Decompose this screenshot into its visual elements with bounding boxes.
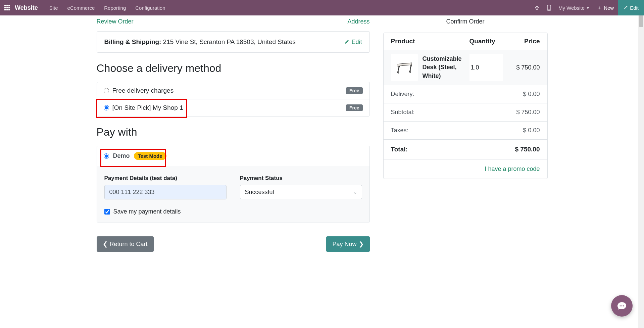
edit-address-link[interactable]: Edit	[344, 39, 362, 46]
pencil-icon	[623, 5, 628, 10]
step-confirm: Confirm Order	[383, 15, 548, 31]
button-row: ❮ Return to Cart Pay Now ❯	[97, 236, 370, 252]
step-review[interactable]: Review Order	[97, 18, 134, 25]
save-payment-label: Save my payment details	[113, 208, 181, 215]
line-subtotal: Subtotal: $ 750.00	[384, 103, 547, 122]
delivery-pickup-label: [On Site Pick] My Shop 1	[112, 104, 183, 111]
header-quantity: Quantity	[469, 38, 503, 45]
free-badge: Free	[346, 104, 363, 111]
subtotal-value: $ 750.00	[516, 109, 540, 116]
step-address[interactable]: Address	[347, 18, 369, 25]
edit-label: Edit	[630, 5, 639, 11]
nav-configuration[interactable]: Configuration	[131, 0, 170, 15]
svg-point-1	[549, 9, 549, 10]
edit-button[interactable]: Edit	[618, 0, 644, 15]
line-total: Total: $ 750.00	[384, 140, 547, 159]
website-switcher[interactable]: My Website ▾	[555, 0, 593, 15]
address-label: Billing & Shipping:	[104, 38, 161, 45]
payment-heading: Pay with	[97, 126, 370, 138]
payment-provider-name: Demo	[113, 152, 130, 159]
header-price: Price	[503, 38, 540, 45]
address-card: Billing & Shipping: 215 Vine St, Scranto…	[97, 31, 370, 53]
test-mode-badge: Test Mode	[134, 152, 166, 160]
summary-item: Customizable Desk (Steel, White) 1.0 $ 7…	[384, 50, 547, 85]
delivery-heading: Choose a delivery method	[97, 62, 370, 75]
delivery-option-pickup[interactable]: [On Site Pick] My Shop 1 Free	[97, 99, 369, 116]
delivery-free-label: Free delivery charges	[112, 87, 174, 94]
payment-status-label: Payment Status	[240, 175, 362, 182]
payment-body: Payment Details (test data) Payment Stat…	[97, 166, 369, 223]
payment-radio[interactable]	[104, 153, 109, 159]
nav-ecommerce[interactable]: eCommerce	[63, 0, 100, 15]
product-price: $ 750.00	[503, 64, 540, 71]
website-switcher-label: My Website	[558, 5, 585, 11]
product-name: Customizable Desk (Steel, White)	[423, 55, 469, 80]
subtotal-label: Subtotal:	[391, 109, 415, 116]
edit-address-label: Edit	[351, 39, 362, 46]
taxes-label: Taxes:	[391, 127, 408, 134]
bug-icon[interactable]	[531, 0, 543, 15]
scrollbar[interactable]: ▴	[638, 15, 644, 252]
pay-label: Pay Now	[332, 241, 356, 248]
free-badge: Free	[346, 87, 363, 94]
header-product: Product	[391, 38, 469, 45]
plus-icon: ＋	[597, 5, 602, 11]
line-taxes: Taxes: $ 0.00	[384, 122, 547, 140]
desk-icon	[395, 60, 414, 75]
address-text: Billing & Shipping: 215 Vine St, Scranto…	[104, 38, 296, 46]
return-label: Return to Cart	[110, 241, 148, 248]
save-payment-checkbox[interactable]	[104, 209, 110, 215]
payment-details-input[interactable]	[104, 185, 227, 199]
product-image	[391, 54, 418, 81]
new-button[interactable]: ＋ New	[593, 0, 618, 15]
delivery-radio-pickup[interactable]	[104, 105, 109, 110]
pencil-icon	[344, 39, 349, 45]
mobile-icon[interactable]	[543, 0, 555, 15]
address-value: 215 Vine St, Scranton PA 18503, United S…	[163, 38, 296, 45]
nav-site[interactable]: Site	[45, 0, 63, 15]
nav-reporting[interactable]: Reporting	[99, 0, 131, 15]
payment-status-select[interactable]: Successful	[240, 185, 362, 199]
product-qty: 1.0	[469, 54, 503, 81]
top-nav: Website Site eCommerce Reporting Configu…	[0, 0, 644, 15]
line-delivery: Delivery: $ 0.00	[384, 85, 547, 103]
new-label: New	[604, 5, 614, 11]
total-value: $ 750.00	[515, 146, 540, 153]
chevron-left-icon: ❮	[103, 240, 108, 248]
brand[interactable]: Website	[15, 4, 38, 11]
pay-now-button[interactable]: Pay Now ❯	[326, 236, 369, 252]
taxes-value: $ 0.00	[523, 127, 540, 134]
total-label: Total:	[391, 146, 408, 153]
chevron-right-icon: ❯	[359, 240, 364, 248]
delivery-radio-free[interactable]	[104, 88, 109, 93]
delivery-label: Delivery:	[391, 91, 414, 98]
payment-details-label: Payment Details (test data)	[104, 175, 227, 182]
promo-code-link[interactable]: I have a promo code	[485, 166, 540, 172]
summary-header: Product Quantity Price	[384, 33, 547, 50]
checkout-steps: Review Order Address	[97, 15, 370, 31]
apps-icon[interactable]	[3, 4, 11, 11]
delivery-option-free[interactable]: Free delivery charges Free	[97, 82, 369, 99]
delivery-card: Free delivery charges Free [On Site Pick…	[97, 82, 370, 116]
save-payment-row[interactable]: Save my payment details	[104, 208, 362, 215]
payment-card: Demo Test Mode Payment Details (test dat…	[97, 146, 370, 223]
payment-provider-row[interactable]: Demo Test Mode	[97, 146, 369, 166]
return-to-cart-button[interactable]: ❮ Return to Cart	[97, 236, 154, 252]
chevron-down-icon: ▾	[587, 5, 589, 11]
delivery-value: $ 0.00	[523, 91, 540, 98]
promo-row: I have a promo code	[384, 159, 547, 179]
order-summary: Product Quantity Price Customizable Desk…	[383, 33, 548, 179]
